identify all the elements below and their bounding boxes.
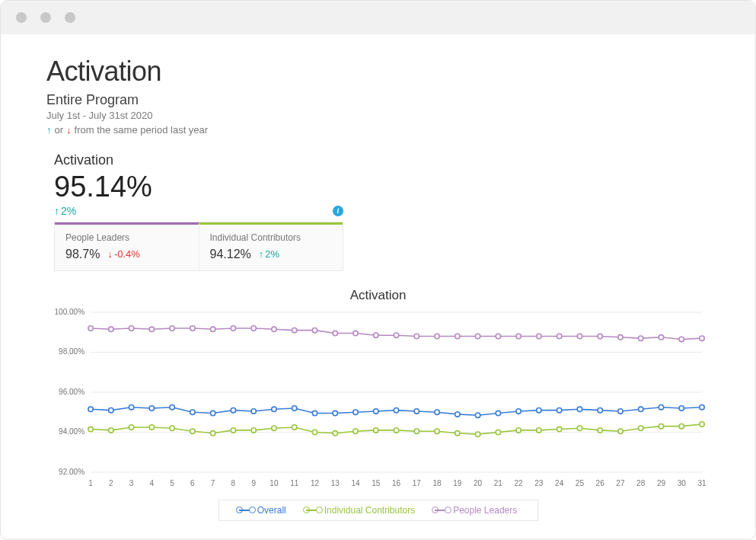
svg-point-101 [679,423,684,428]
svg-point-103 [88,326,93,331]
svg-text:25: 25 [576,479,585,487]
chart-legend: Overall Individual Contributors People L… [219,500,538,521]
svg-point-69 [659,404,663,409]
svg-point-83 [312,430,317,434]
svg-point-129 [618,334,623,339]
svg-point-45 [170,404,174,409]
legend-overall[interactable]: Overall [239,505,286,516]
svg-point-109 [210,327,215,331]
svg-point-126 [557,334,561,338]
svg-point-95 [557,427,561,431]
svg-point-59 [455,411,460,416]
svg-text:29: 29 [657,479,666,487]
window-titlebar [1,1,755,34]
svg-point-77 [190,429,195,433]
svg-point-100 [659,423,663,428]
legend-people-leaders[interactable]: People Leaders [435,505,517,516]
svg-text:92.00%: 92.00% [59,468,85,476]
svg-text:11: 11 [290,479,299,487]
svg-point-71 [700,404,704,409]
svg-point-56 [394,407,398,412]
svg-point-130 [638,336,643,340]
svg-point-118 [394,333,398,337]
svg-point-92 [496,430,500,434]
svg-point-44 [149,406,154,411]
svg-point-58 [435,410,439,414]
svg-text:20: 20 [474,479,483,487]
arrow-up-icon: ↑ [54,205,59,217]
svg-point-94 [537,427,541,432]
svg-point-65 [577,407,582,411]
window-minimize-button[interactable] [40,12,51,23]
svg-text:13: 13 [331,479,340,487]
split-individual-contributors: Individual Contributors 94.12% ↑ 2% [199,222,343,270]
svg-point-85 [353,429,358,433]
svg-point-127 [577,334,582,338]
svg-point-66 [598,407,602,412]
page-content: Activation Entire Program July 1st - Jul… [1,34,755,529]
svg-point-115 [333,331,337,335]
svg-point-72 [88,427,93,431]
svg-point-62 [516,409,521,414]
svg-point-117 [374,333,378,337]
svg-point-97 [598,427,602,432]
svg-point-88 [414,429,419,433]
svg-point-61 [496,411,500,415]
svg-point-93 [516,427,521,432]
arrow-up-icon: ↑ [46,124,52,136]
svg-text:1: 1 [88,479,93,487]
legend-swatch-icon [306,510,320,511]
svg-text:24: 24 [555,479,564,487]
svg-point-63 [537,407,541,412]
svg-point-79 [231,427,235,432]
svg-text:26: 26 [596,479,605,487]
svg-text:31: 31 [697,479,707,487]
svg-point-81 [272,426,276,430]
svg-point-114 [312,328,317,332]
svg-point-106 [149,327,154,331]
arrow-up-icon: ↑ [259,248,264,260]
svg-point-125 [537,334,541,338]
window-close-button[interactable] [16,12,27,23]
svg-text:17: 17 [413,479,422,487]
svg-point-91 [475,432,480,436]
svg-point-46 [190,410,195,414]
svg-point-78 [210,430,215,435]
metric-block: Activation 95.14% ↑ 2% i People Leaders … [54,152,710,271]
date-range: July 1st - July 31st 2020 [46,110,710,121]
page-subtitle: Entire Program [46,92,710,108]
svg-point-116 [353,331,358,335]
svg-text:21: 21 [494,479,503,487]
svg-point-55 [374,409,378,414]
split-pl-label: People Leaders [65,232,188,243]
svg-text:96.00%: 96.00% [59,388,85,396]
split-pl-value: 98.7% [65,248,100,261]
svg-text:30: 30 [678,479,687,487]
svg-point-42 [109,407,113,412]
arrow-down-icon: ↓ [107,248,113,260]
svg-point-99 [638,426,643,430]
metric-value: 95.14% [54,171,710,203]
svg-point-86 [374,427,378,432]
svg-text:10: 10 [270,479,279,487]
svg-point-54 [353,410,358,414]
svg-text:2: 2 [109,479,113,487]
chart-title: Activation [46,288,710,303]
svg-text:8: 8 [231,479,236,487]
svg-point-108 [190,326,195,331]
svg-point-43 [129,404,133,409]
svg-point-60 [475,413,480,417]
svg-point-76 [170,426,174,430]
info-icon[interactable]: i [333,206,343,216]
svg-point-107 [170,326,174,331]
svg-point-57 [414,409,419,414]
svg-point-67 [618,409,623,414]
svg-text:27: 27 [616,479,625,487]
svg-point-122 [475,334,480,338]
svg-text:22: 22 [515,479,524,487]
svg-point-80 [251,427,256,432]
svg-point-133 [700,336,704,340]
svg-point-102 [700,422,704,427]
window-zoom-button[interactable] [65,12,75,23]
legend-individual-contributors[interactable]: Individual Contributors [306,505,415,516]
